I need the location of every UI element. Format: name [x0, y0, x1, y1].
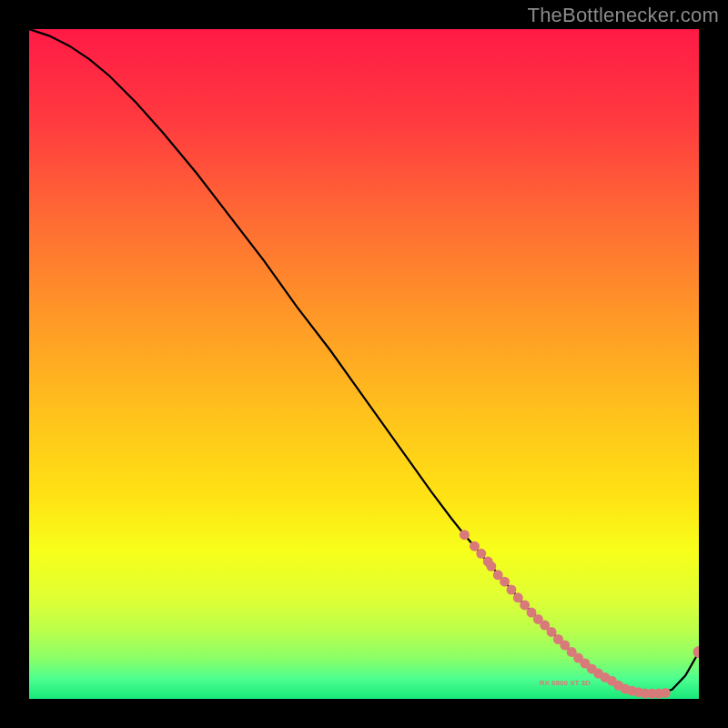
- chart-frame: TheBottlenecker.com RX 6800 XT 3D: [0, 0, 728, 728]
- plot-area: RX 6800 XT 3D: [29, 29, 699, 699]
- chart-svg: RX 6800 XT 3D: [29, 29, 699, 699]
- watermark-text: TheBottlenecker.com: [528, 4, 719, 27]
- gradient-background: [29, 29, 699, 699]
- data-marker: [460, 530, 470, 540]
- data-marker: [513, 592, 523, 602]
- data-marker: [476, 549, 486, 559]
- data-marker: [486, 561, 496, 571]
- data-marker: [470, 541, 480, 551]
- data-marker: [520, 600, 530, 610]
- data-marker: [500, 577, 510, 587]
- data-marker: [506, 585, 516, 595]
- data-marker: [547, 627, 557, 637]
- series-annotation: RX 6800 XT 3D: [540, 679, 591, 687]
- data-marker: [661, 688, 671, 698]
